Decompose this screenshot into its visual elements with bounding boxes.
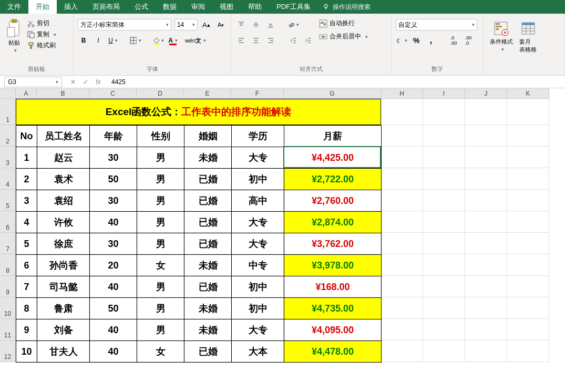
tab-view[interactable]: 视图 (212, 0, 241, 14)
table-header[interactable]: 年龄 (90, 126, 137, 147)
table-header[interactable]: 婚姻 (184, 126, 232, 147)
clipboard-group-label: 剪贴板 (4, 63, 69, 74)
merge-center-button[interactable]: 合并后居中 ▾ (319, 32, 368, 41)
number-format-combo[interactable]: 自定义 ▾ (396, 19, 477, 30)
tab-layout[interactable]: 页面布局 (85, 0, 127, 14)
row-header-6[interactable]: 6 (0, 211, 16, 233)
conditional-format-button[interactable]: 条件格式 ▾ (488, 19, 515, 74)
tab-help[interactable]: 帮助 (241, 0, 269, 14)
decrease-decimal-button[interactable]: .00.0 (463, 35, 474, 46)
format-painter-label: 格式刷 (37, 41, 56, 50)
accounting-format-button[interactable]: ₵▾ (396, 35, 407, 46)
align-center-button[interactable] (250, 35, 262, 46)
col-header-G[interactable]: G (284, 88, 381, 99)
border-button[interactable]: ▾ (130, 35, 141, 46)
sheet-area[interactable]: Excel函数公式： 工作表中的排序功能解读 No员工姓名年龄性别婚姻学历月薪1… (16, 99, 565, 392)
italic-button[interactable]: I (93, 35, 104, 46)
table-header[interactable]: 学历 (232, 126, 284, 147)
col-header-K[interactable]: K (507, 88, 549, 99)
row-header-10[interactable]: 10 (0, 297, 16, 319)
table-row[interactable]: 8鲁肃50男未婚初中¥4,735.00 (16, 298, 382, 319)
cut-button[interactable]: 剪切 (27, 19, 56, 28)
col-header-C[interactable]: C (89, 88, 137, 99)
increase-font-button[interactable]: A▴ (201, 19, 212, 30)
table-row[interactable]: 4许攸40男已婚大专¥2,874.00 (16, 212, 382, 233)
name-box[interactable]: G3 ▾ (4, 77, 62, 87)
col-header-B[interactable]: B (37, 88, 89, 99)
align-middle-button[interactable] (250, 19, 262, 30)
ribbon: 粘贴 ▾ 剪切 复制 ▾ 格式刷 剪贴板 (0, 14, 565, 76)
paste-button[interactable]: 粘贴 ▾ (4, 17, 24, 63)
increase-decimal-button[interactable]: .0.00 (448, 35, 459, 46)
cond-fmt-icon (494, 21, 509, 37)
row-header-2[interactable]: 2 (0, 125, 16, 147)
tell-me-search[interactable]: 操作说明搜索 (322, 3, 371, 12)
title-merged-cell[interactable]: Excel函数公式： 工作表中的排序功能解读 (16, 99, 381, 125)
accept-formula-button[interactable]: ✓ (81, 78, 90, 86)
svg-rect-2 (12, 19, 17, 23)
row-header-4[interactable]: 4 (0, 168, 16, 190)
align-top-button[interactable] (235, 19, 247, 30)
tab-home[interactable]: 开始 (28, 0, 57, 14)
table-row[interactable]: 7司马懿40男已婚初中¥168.00 (16, 276, 382, 298)
table-header[interactable]: 月薪 (284, 126, 382, 147)
tab-pdf[interactable]: PDF工具集 (269, 0, 318, 14)
col-header-E[interactable]: E (184, 88, 231, 99)
cancel-formula-button[interactable]: ✕ (68, 78, 78, 86)
clipboard-icon (6, 19, 22, 38)
col-header-H[interactable]: H (381, 88, 423, 99)
row-header-9[interactable]: 9 (0, 276, 16, 297)
col-header-D[interactable]: D (137, 88, 184, 99)
tab-formulas[interactable]: 公式 (127, 0, 156, 14)
align-right-button[interactable] (265, 35, 276, 46)
row-header-3[interactable]: 3 (0, 147, 16, 168)
increase-indent-button[interactable] (302, 35, 314, 46)
table-row[interactable]: 3袁绍30男已婚高中¥2,760.00 (16, 190, 382, 212)
font-name-combo[interactable]: 方正小标宋简体 ▾ (78, 19, 171, 30)
col-header-J[interactable]: J (465, 88, 507, 99)
row-header-5[interactable]: 5 (0, 190, 16, 211)
table-header[interactable]: 员工姓名 (37, 126, 90, 147)
tab-file[interactable]: 文件 (0, 0, 28, 14)
underline-button[interactable]: U▾ (107, 35, 119, 46)
table-row[interactable]: 1赵云30男未婚大专¥4,425.00 (16, 147, 382, 169)
align-left-button[interactable] (235, 35, 247, 46)
row-header-1[interactable]: 1 (0, 99, 16, 125)
bold-button[interactable]: B (78, 35, 89, 46)
format-as-table-button[interactable]: 套月 表格格 (517, 19, 539, 74)
orientation-button[interactable]: ab▾ (287, 19, 299, 30)
decrease-indent-button[interactable] (287, 35, 299, 46)
font-size-combo[interactable]: 14 ▾ (174, 19, 198, 30)
row-header-8[interactable]: 8 (0, 254, 16, 276)
tab-data[interactable]: 数据 (156, 0, 184, 14)
table-header[interactable]: No (16, 126, 37, 147)
table-row[interactable]: 9刘备40男未婚大专¥4,095.00 (16, 319, 382, 341)
svg-text:ab: ab (321, 21, 324, 24)
tab-insert[interactable]: 插入 (57, 0, 85, 14)
insert-function-button[interactable]: fx (94, 78, 103, 86)
row-header-11[interactable]: 11 (0, 319, 16, 341)
copy-button[interactable]: 复制 ▾ (27, 30, 56, 39)
col-header-A[interactable]: A (16, 88, 37, 99)
table-row[interactable]: 2袁术50男已婚初中¥2,722.00 (16, 169, 382, 190)
percent-button[interactable]: % (410, 35, 422, 46)
align-bottom-button[interactable] (265, 19, 276, 30)
row-header-12[interactable]: 12 (0, 341, 16, 362)
format-painter-button[interactable]: 格式刷 (27, 41, 56, 50)
tab-review[interactable]: 审阅 (184, 0, 212, 14)
formula-input[interactable]: 4425 (107, 78, 565, 86)
table-row[interactable]: 10甘夫人40女已婚大本¥4,478.00 (16, 341, 382, 363)
col-header-I[interactable]: I (423, 88, 465, 99)
font-color-button[interactable]: A ▾ (167, 35, 179, 46)
col-header-F[interactable]: F (231, 88, 284, 99)
comma-button[interactable]: , (425, 35, 437, 46)
row-header-7[interactable]: 7 (0, 233, 16, 254)
table-row[interactable]: 5徐庶30男已婚大专¥3,762.00 (16, 233, 382, 255)
decrease-font-button[interactable]: A▾ (215, 19, 227, 30)
table-row[interactable]: 6孙尚香20女未婚中专¥3,978.00 (16, 255, 382, 276)
select-all-corner[interactable] (0, 88, 16, 99)
table-header[interactable]: 性别 (137, 126, 184, 147)
fill-color-button[interactable]: ▾ (152, 35, 164, 46)
wrap-text-button[interactable]: ab 自动换行 (319, 19, 368, 28)
phonetic-button[interactable]: wén文▾ (190, 35, 201, 46)
